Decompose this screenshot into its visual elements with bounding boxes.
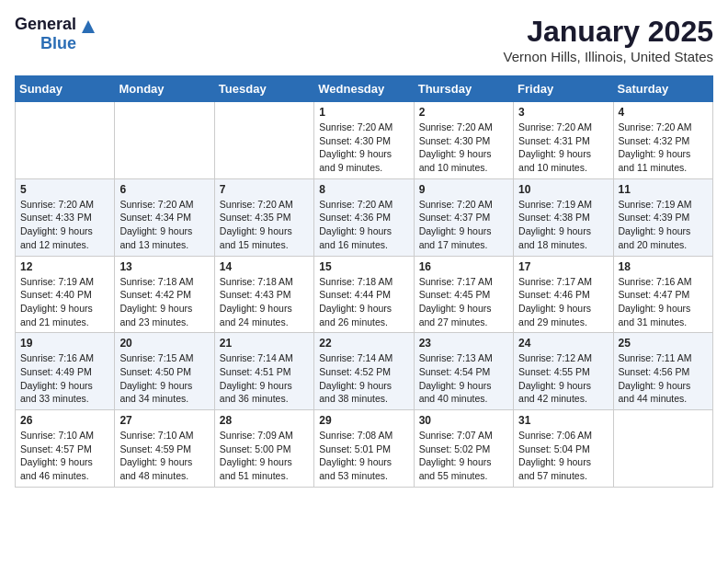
day-number: 23 [419, 337, 508, 350]
day-number: 22 [319, 337, 408, 350]
day-number: 1 [319, 106, 408, 119]
calendar-cell: 13Sunrise: 7:18 AMSunset: 4:42 PMDayligh… [115, 256, 214, 333]
header-thursday: Thursday [414, 76, 513, 102]
calendar-cell: 26Sunrise: 7:10 AMSunset: 4:57 PMDayligh… [16, 410, 115, 488]
calendar-cell: 9Sunrise: 7:20 AMSunset: 4:37 PMDaylight… [414, 178, 513, 256]
day-number: 14 [220, 260, 309, 273]
cell-content: Sunrise: 7:16 AMSunset: 4:49 PMDaylight:… [20, 351, 109, 406]
calendar-week-row: 12Sunrise: 7:19 AMSunset: 4:40 PMDayligh… [16, 256, 713, 333]
calendar-cell: 12Sunrise: 7:19 AMSunset: 4:40 PMDayligh… [16, 256, 115, 333]
cell-content: Sunrise: 7:17 AMSunset: 4:46 PMDaylight:… [518, 275, 608, 329]
calendar-week-row: 1Sunrise: 7:20 AMSunset: 4:30 PMDaylight… [16, 102, 713, 179]
calendar-cell: 16Sunrise: 7:17 AMSunset: 4:45 PMDayligh… [414, 256, 513, 333]
cell-content: Sunrise: 7:20 AMSunset: 4:31 PMDaylight:… [518, 121, 608, 175]
day-number: 13 [119, 260, 209, 273]
calendar-cell: 24Sunrise: 7:12 AMSunset: 4:55 PMDayligh… [514, 333, 613, 410]
calendar-cell: 10Sunrise: 7:19 AMSunset: 4:38 PMDayligh… [514, 178, 613, 256]
calendar-cell: 11Sunrise: 7:19 AMSunset: 4:39 PMDayligh… [613, 178, 712, 256]
logo-blue-text: Blue [40, 34, 76, 53]
day-number: 25 [619, 337, 708, 350]
cell-content: Sunrise: 7:19 AMSunset: 4:40 PMDaylight:… [20, 275, 109, 329]
cell-content: Sunrise: 7:10 AMSunset: 4:57 PMDaylight:… [20, 429, 109, 483]
cell-content: Sunrise: 7:19 AMSunset: 4:39 PMDaylight:… [619, 198, 708, 252]
day-number: 24 [518, 337, 608, 350]
day-number: 12 [20, 260, 109, 273]
page-title: January 2025 [504, 15, 713, 49]
day-number: 17 [518, 260, 608, 273]
cell-content: Sunrise: 7:20 AMSunset: 4:32 PMDaylight:… [619, 121, 708, 175]
cell-content: Sunrise: 7:20 AMSunset: 4:37 PMDaylight:… [419, 198, 508, 252]
cell-content: Sunrise: 7:20 AMSunset: 4:35 PMDaylight:… [220, 198, 309, 252]
calendar-cell: 31Sunrise: 7:06 AMSunset: 5:04 PMDayligh… [514, 410, 613, 488]
cell-content: Sunrise: 7:08 AMSunset: 5:01 PMDaylight:… [319, 429, 408, 483]
calendar-cell: 23Sunrise: 7:13 AMSunset: 4:54 PMDayligh… [414, 333, 513, 410]
day-number: 26 [20, 414, 109, 427]
calendar-cell [214, 102, 313, 179]
cell-content: Sunrise: 7:14 AMSunset: 4:51 PMDaylight:… [220, 351, 309, 406]
header-monday: Monday [115, 76, 214, 102]
cell-content: Sunrise: 7:20 AMSunset: 4:33 PMDaylight:… [20, 198, 109, 252]
calendar-cell [613, 410, 712, 488]
title-block: January 2025 Vernon Hills, Illinois, Uni… [504, 15, 713, 64]
calendar-week-row: 26Sunrise: 7:10 AMSunset: 4:57 PMDayligh… [16, 410, 713, 488]
day-number: 21 [220, 337, 309, 350]
cell-content: Sunrise: 7:10 AMSunset: 4:59 PMDaylight:… [119, 429, 209, 483]
cell-content: Sunrise: 7:17 AMSunset: 4:45 PMDaylight:… [419, 275, 508, 329]
calendar-cell: 4Sunrise: 7:20 AMSunset: 4:32 PMDaylight… [613, 102, 712, 179]
calendar-week-row: 19Sunrise: 7:16 AMSunset: 4:49 PMDayligh… [16, 333, 713, 410]
calendar-cell: 6Sunrise: 7:20 AMSunset: 4:34 PMDaylight… [115, 178, 214, 256]
cell-content: Sunrise: 7:15 AMSunset: 4:50 PMDaylight:… [119, 351, 209, 406]
header-friday: Friday [514, 76, 613, 102]
calendar-cell: 27Sunrise: 7:10 AMSunset: 4:59 PMDayligh… [115, 410, 214, 488]
cell-content: Sunrise: 7:14 AMSunset: 4:52 PMDaylight:… [319, 351, 408, 406]
cell-content: Sunrise: 7:20 AMSunset: 4:36 PMDaylight:… [319, 198, 408, 252]
day-number: 16 [419, 260, 508, 273]
day-number: 29 [319, 414, 408, 427]
calendar-cell: 2Sunrise: 7:20 AMSunset: 4:30 PMDaylight… [414, 102, 513, 179]
calendar-cell: 3Sunrise: 7:20 AMSunset: 4:31 PMDaylight… [514, 102, 613, 179]
day-number: 2 [419, 106, 508, 119]
day-number: 19 [20, 337, 109, 350]
calendar-cell [16, 102, 115, 179]
calendar-cell: 14Sunrise: 7:18 AMSunset: 4:43 PMDayligh… [214, 256, 313, 333]
calendar-week-row: 5Sunrise: 7:20 AMSunset: 4:33 PMDaylight… [16, 178, 713, 256]
calendar-cell: 8Sunrise: 7:20 AMSunset: 4:36 PMDaylight… [314, 178, 414, 256]
calendar-cell: 25Sunrise: 7:11 AMSunset: 4:56 PMDayligh… [613, 333, 712, 410]
day-number: 3 [518, 106, 608, 119]
cell-content: Sunrise: 7:11 AMSunset: 4:56 PMDaylight:… [619, 351, 708, 406]
day-number: 8 [319, 183, 408, 196]
cell-content: Sunrise: 7:18 AMSunset: 4:44 PMDaylight:… [319, 275, 408, 329]
calendar-cell: 20Sunrise: 7:15 AMSunset: 4:50 PMDayligh… [115, 333, 214, 410]
calendar-cell: 29Sunrise: 7:08 AMSunset: 5:01 PMDayligh… [314, 410, 414, 488]
calendar-cell: 15Sunrise: 7:18 AMSunset: 4:44 PMDayligh… [314, 256, 414, 333]
page-subtitle: Vernon Hills, Illinois, United States [504, 49, 713, 64]
day-number: 28 [220, 414, 309, 427]
cell-content: Sunrise: 7:13 AMSunset: 4:54 PMDaylight:… [419, 351, 508, 406]
day-number: 11 [619, 183, 708, 196]
day-number: 10 [518, 183, 608, 196]
day-number: 9 [419, 183, 508, 196]
calendar-cell: 22Sunrise: 7:14 AMSunset: 4:52 PMDayligh… [314, 333, 414, 410]
calendar-cell: 5Sunrise: 7:20 AMSunset: 4:33 PMDaylight… [16, 178, 115, 256]
calendar-cell: 7Sunrise: 7:20 AMSunset: 4:35 PMDaylight… [214, 178, 313, 256]
day-number: 27 [119, 414, 209, 427]
page-header: General Blue January 2025 Vernon Hills, … [15, 15, 713, 64]
header-wednesday: Wednesday [314, 76, 414, 102]
day-number: 20 [119, 337, 209, 350]
cell-content: Sunrise: 7:12 AMSunset: 4:55 PMDaylight:… [518, 351, 608, 406]
day-number: 31 [518, 414, 608, 427]
header-saturday: Saturday [613, 76, 712, 102]
cell-content: Sunrise: 7:09 AMSunset: 5:00 PMDaylight:… [220, 429, 309, 483]
calendar-cell: 1Sunrise: 7:20 AMSunset: 4:30 PMDaylight… [314, 102, 414, 179]
calendar-cell: 28Sunrise: 7:09 AMSunset: 5:00 PMDayligh… [214, 410, 313, 488]
svg-marker-0 [82, 20, 95, 33]
day-number: 15 [319, 260, 408, 273]
cell-content: Sunrise: 7:20 AMSunset: 4:34 PMDaylight:… [119, 198, 209, 252]
calendar-cell: 21Sunrise: 7:14 AMSunset: 4:51 PMDayligh… [214, 333, 313, 410]
cell-content: Sunrise: 7:20 AMSunset: 4:30 PMDaylight:… [319, 121, 408, 175]
logo-general-text: General [15, 15, 76, 34]
cell-content: Sunrise: 7:18 AMSunset: 4:43 PMDaylight:… [220, 275, 309, 329]
day-number: 4 [619, 106, 708, 119]
cell-content: Sunrise: 7:16 AMSunset: 4:47 PMDaylight:… [619, 275, 708, 329]
header-sunday: Sunday [16, 76, 115, 102]
